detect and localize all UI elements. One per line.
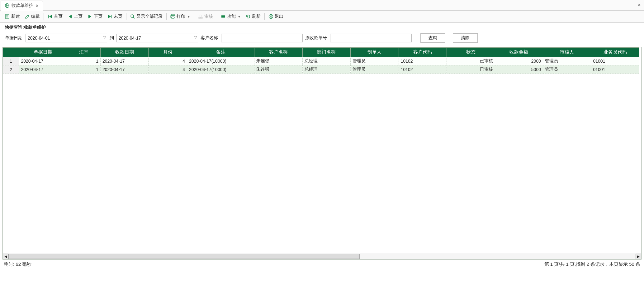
cell[interactable]: 已审核: [447, 57, 495, 65]
clear-button[interactable]: 清除: [453, 33, 478, 43]
separator: [166, 13, 167, 20]
last-page-button[interactable]: 末页: [105, 12, 125, 21]
show-all-label: 显示全部记录: [136, 14, 163, 19]
col-status[interactable]: 状态: [447, 48, 495, 57]
show-all-button[interactable]: 显示全部记录: [128, 12, 165, 21]
cell[interactable]: 2020-04-17: [101, 57, 149, 65]
col-salesman[interactable]: 业务员代码: [591, 48, 639, 57]
file-icon: [5, 14, 10, 19]
cell[interactable]: 2020-04-17: [19, 65, 67, 74]
last-label: 末页: [114, 14, 122, 19]
cell[interactable]: 2020-04-17: [19, 57, 67, 65]
date-from-combo[interactable]: ▽: [26, 34, 107, 42]
cell[interactable]: 总经理: [302, 65, 350, 74]
table-row[interactable]: 12020-04-1712020-04-1742020-04-17(10000)…: [3, 57, 639, 65]
cell[interactable]: 10102: [399, 57, 447, 65]
cell[interactable]: 4: [149, 65, 187, 74]
window-close-icon[interactable]: ×: [637, 2, 641, 8]
exit-label: 退出: [275, 14, 283, 19]
exit-button[interactable]: 退出: [266, 12, 286, 21]
next-icon: [88, 14, 92, 19]
date-label: 单据日期: [5, 35, 22, 41]
cell[interactable]: 1: [67, 65, 100, 74]
separator: [264, 13, 265, 20]
orig-no-input[interactable]: [330, 34, 412, 42]
cell[interactable]: 朱连强: [254, 65, 302, 74]
table-row[interactable]: 22020-04-1712020-04-1742020-04-17(10000)…: [3, 65, 639, 74]
toolbar: 新建 编辑 首页 上页 下页 末页 显示全部记录 打印 ▼ 审核 功能 ▼: [0, 11, 644, 23]
status-left: 耗时: 62 毫秒: [4, 261, 31, 267]
cell[interactable]: 1: [3, 57, 19, 65]
date-to-input[interactable]: [116, 34, 198, 42]
prev-page-button[interactable]: 上页: [65, 12, 85, 21]
cell[interactable]: 2020-04-17(10000): [187, 65, 254, 74]
search-icon: [130, 14, 135, 19]
edit-button[interactable]: 编辑: [22, 12, 42, 21]
query-button[interactable]: 查询: [420, 33, 445, 43]
print-button[interactable]: 打印 ▼: [168, 12, 193, 21]
customer-input[interactable]: [221, 34, 303, 42]
col-dept[interactable]: 部门名称: [302, 48, 350, 57]
next-page-button[interactable]: 下页: [85, 12, 105, 21]
col-customer[interactable]: 客户名称: [254, 48, 302, 57]
cell[interactable]: 已审核: [447, 65, 495, 74]
cell[interactable]: 朱连强: [254, 57, 302, 65]
edit-label: 编辑: [31, 14, 40, 19]
customer-label: 客户名称: [201, 35, 218, 41]
close-icon[interactable]: ×: [35, 3, 39, 8]
col-auditor[interactable]: 审核人: [543, 48, 591, 57]
cell[interactable]: 管理员: [351, 65, 399, 74]
refresh-label: 刷新: [252, 14, 261, 19]
globe-icon: [5, 3, 10, 8]
cell[interactable]: 管理员: [543, 65, 591, 74]
cell[interactable]: 2020-04-17(10000): [187, 57, 254, 65]
prev-label: 上页: [74, 14, 83, 19]
cell[interactable]: 1: [67, 57, 100, 65]
data-grid: 单据日期 汇率 收款日期 月份 备注 客户名称 部门名称 制单人 客户代码 状态…: [2, 47, 642, 260]
tab-active[interactable]: 收款单维护 ×: [1, 1, 43, 11]
scroll-thumb[interactable]: [8, 254, 360, 259]
first-page-button[interactable]: 首页: [45, 12, 65, 21]
cell[interactable]: 管理员: [351, 57, 399, 65]
col-cust-code[interactable]: 客户代码: [399, 48, 447, 57]
col-maker[interactable]: 制单人: [351, 48, 399, 57]
first-icon: [48, 14, 53, 19]
scroll-right-button[interactable]: ▶: [636, 254, 641, 259]
tab-bar: 收款单维护 × ×: [0, 0, 644, 11]
cell[interactable]: 2000: [495, 57, 543, 65]
col-rownum[interactable]: [3, 48, 19, 57]
col-date[interactable]: 单据日期: [19, 48, 67, 57]
to-label: 到: [110, 35, 114, 41]
cell[interactable]: 2020-04-17: [101, 65, 149, 74]
chevron-down-icon: ▼: [238, 15, 241, 18]
orig-no-label: 原收款单号: [305, 35, 327, 41]
col-month[interactable]: 月份: [149, 48, 187, 57]
date-to-combo[interactable]: ▽: [116, 34, 198, 42]
col-remark[interactable]: 备注: [187, 48, 254, 57]
date-from-input[interactable]: [26, 34, 107, 42]
col-recv-date[interactable]: 收款日期: [101, 48, 149, 57]
cell[interactable]: 2: [3, 65, 19, 74]
horizontal-scrollbar[interactable]: ◀ ▶: [3, 254, 641, 259]
cell[interactable]: 管理员: [543, 57, 591, 65]
cell[interactable]: 10102: [399, 65, 447, 74]
cell[interactable]: 01001: [591, 65, 639, 74]
function-button[interactable]: 功能 ▼: [218, 12, 243, 21]
stamp-icon: [198, 14, 203, 19]
svg-rect-8: [111, 15, 112, 18]
scroll-left-button[interactable]: ◀: [3, 254, 8, 259]
col-rate[interactable]: 汇率: [67, 48, 100, 57]
cell[interactable]: 01001: [591, 57, 639, 65]
cell[interactable]: 4: [149, 57, 187, 65]
col-amount[interactable]: 收款金额: [495, 48, 543, 57]
svg-point-9: [131, 15, 134, 17]
cell[interactable]: 5000: [495, 65, 543, 74]
new-button[interactable]: 新建: [2, 12, 22, 21]
audit-label: 审核: [204, 14, 213, 19]
scroll-track[interactable]: [8, 254, 636, 259]
separator: [126, 13, 126, 20]
svg-rect-11: [171, 14, 174, 16]
svg-rect-3: [6, 14, 9, 19]
refresh-button[interactable]: 刷新: [243, 12, 263, 21]
cell[interactable]: 总经理: [302, 57, 350, 65]
